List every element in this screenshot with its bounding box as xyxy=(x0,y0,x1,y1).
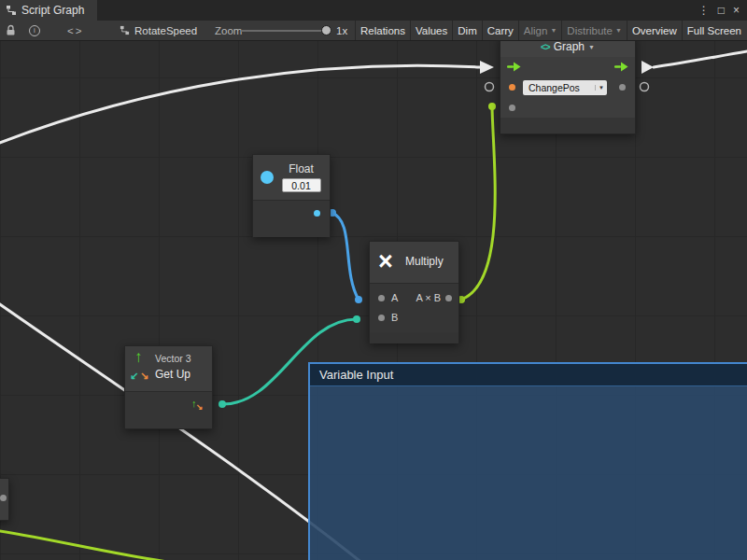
carry-button[interactable]: Carry xyxy=(482,21,518,40)
graph-name: RotateSpeed xyxy=(134,25,197,36)
overview-button[interactable]: Overview xyxy=(627,21,682,40)
graph-unit-title: Graph xyxy=(554,41,585,53)
window-titlebar: Script Graph ⋮ □ × xyxy=(0,0,747,21)
variable-dropdown-value: ChangePos xyxy=(523,82,595,93)
float-node-header: Float xyxy=(253,155,330,200)
float-node[interactable]: Float xyxy=(252,154,331,237)
subgraph-icon: <> xyxy=(541,42,550,52)
chevron-down-icon: ▼ xyxy=(615,27,622,34)
dim-button[interactable]: Dim xyxy=(452,21,481,40)
zoom-label: Zoom xyxy=(215,21,242,40)
variable-port-row: ChangePos ▼ xyxy=(500,77,635,98)
variable-input-panel-header[interactable]: Variable Input xyxy=(310,364,747,386)
vector3-node-subtitle: Vector 3 xyxy=(155,353,191,364)
float-output-port[interactable] xyxy=(314,210,320,217)
offscreen-node-port[interactable] xyxy=(0,495,7,501)
wire-multiply-to-graph xyxy=(461,106,495,300)
value-input-port-2[interactable] xyxy=(509,105,515,111)
variable-dropdown[interactable]: ChangePos ▼ xyxy=(523,80,607,95)
close-icon[interactable]: × xyxy=(733,4,740,17)
info-icon[interactable]: i xyxy=(29,21,40,40)
tab-label: Script Graph xyxy=(21,4,84,17)
graph-canvas[interactable]: <> Graph ▼ ChangePos ▼ xyxy=(0,41,747,560)
wire-flow-in xyxy=(0,65,480,146)
lock-icon[interactable] xyxy=(6,21,16,40)
vector3-getup-node[interactable]: ↑ ↙ ↘ Vector 3 Get Up ↑ ↘ xyxy=(124,345,213,429)
flow-output-port[interactable] xyxy=(614,62,628,72)
float-type-icon xyxy=(261,171,274,184)
toolbar-buttons: Relations Values Dim Carry Align▼ Distri… xyxy=(355,21,747,40)
wire-flow-out xyxy=(654,50,747,67)
values-button[interactable]: Values xyxy=(410,21,452,40)
vector3-icon: ↑ xyxy=(134,348,143,367)
float-node-ports xyxy=(253,201,330,237)
relations-button[interactable]: Relations xyxy=(355,21,410,40)
flow-in-arrowhead xyxy=(480,61,494,74)
graph-output-circle xyxy=(641,83,649,91)
zoom-value: 1x xyxy=(336,21,347,40)
vector3-node-header: ↑ ↙ ↘ Vector 3 Get Up xyxy=(125,346,212,391)
value-output-port[interactable] xyxy=(619,84,626,91)
full-screen-button[interactable]: Full Screen xyxy=(682,21,746,40)
code-icon[interactable]: <> xyxy=(67,21,83,40)
graph-unit-node[interactable]: <> Graph ▼ ChangePos ▼ xyxy=(500,41,636,134)
graph-input-circle xyxy=(486,83,494,91)
maximize-icon[interactable]: □ xyxy=(718,4,725,17)
flow-port-row xyxy=(500,57,635,77)
vector3-node-title: Get Up xyxy=(155,368,190,381)
offscreen-node[interactable] xyxy=(0,478,9,521)
node-footer xyxy=(500,118,635,133)
graph-breadcrumb[interactable]: RotateSpeed xyxy=(120,21,197,40)
distribute-button[interactable]: Distribute▼ xyxy=(561,21,627,40)
multiply-node-header: × Multiply xyxy=(370,242,458,283)
variable-input-panel[interactable]: Variable Input xyxy=(308,362,747,560)
flow-out-arrowhead xyxy=(641,61,654,74)
multiply-input-b-port[interactable] xyxy=(378,315,385,321)
chevron-down-icon: ▼ xyxy=(588,44,595,50)
float-value-input[interactable] xyxy=(282,178,321,192)
multiply-node-title: Multiply xyxy=(405,255,444,268)
node-footer xyxy=(370,332,458,343)
port-b-label: B xyxy=(391,312,398,323)
float-node-title: Float xyxy=(289,162,314,175)
port-a-label: A xyxy=(391,292,398,303)
value-input-port[interactable] xyxy=(509,84,515,91)
flow-input-port[interactable] xyxy=(507,62,521,72)
script-graph-icon xyxy=(6,5,17,16)
multiply-input-a-port[interactable] xyxy=(378,295,385,301)
multiply-node[interactable]: × Multiply A A × B B xyxy=(369,241,459,343)
chevron-down-icon: ▼ xyxy=(595,85,607,91)
menu-icon[interactable]: ⋮ xyxy=(698,4,710,17)
zoom-slider-knob[interactable] xyxy=(321,25,331,35)
graph-unit-header[interactable]: <> Graph ▼ xyxy=(500,41,635,57)
second-port-row xyxy=(500,98,635,119)
vector3-node-ports: ↑ ↘ xyxy=(125,392,212,428)
wire-bottom-left xyxy=(0,530,181,560)
chevron-down-icon: ▼ xyxy=(550,27,557,34)
tab-script-graph[interactable]: Script Graph xyxy=(0,0,97,21)
variable-input-panel-title: Variable Input xyxy=(319,368,393,382)
arrow-down-right-icon: ↘ xyxy=(140,370,148,382)
arrow-down-left-icon: ↙ xyxy=(130,370,138,382)
align-button[interactable]: Align▼ xyxy=(518,21,562,40)
vector3-output-port[interactable]: ↑ ↘ xyxy=(190,398,204,413)
multiply-node-ports: A A × B B xyxy=(370,284,458,343)
graph-toolbar: i <> RotateSpeed Zoom 1x Relations Value… xyxy=(0,21,747,41)
graph-asset-icon xyxy=(120,25,130,35)
wire-float-to-multiply xyxy=(331,213,359,300)
multiply-icon: × xyxy=(378,245,393,277)
multiply-output-port[interactable] xyxy=(445,295,452,301)
port-out-label: A × B xyxy=(416,292,441,303)
zoom-slider-track[interactable] xyxy=(241,30,329,32)
